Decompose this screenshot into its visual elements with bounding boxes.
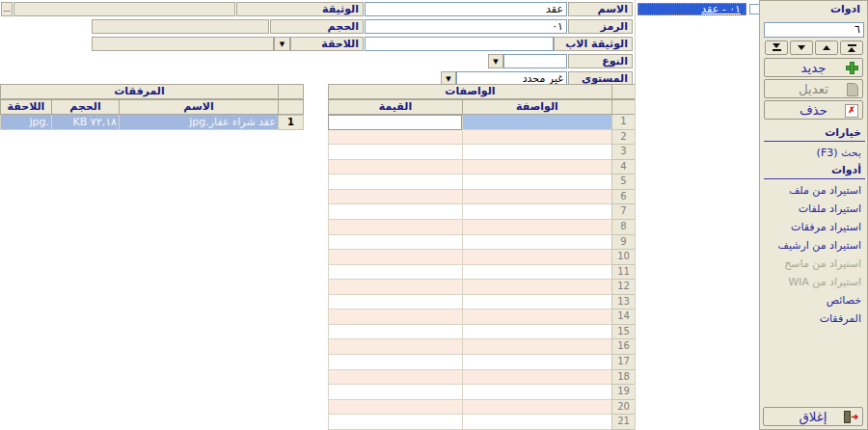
- value-cell[interactable]: [328, 370, 462, 386]
- attachment-row-number-cell[interactable]: 1: [278, 115, 304, 130]
- value-cell[interactable]: [328, 325, 462, 340]
- value-cell[interactable]: [328, 130, 462, 146]
- descriptor-cell[interactable]: [462, 250, 611, 265]
- attachment-size-cell[interactable]: KB ٧٢,١٨: [51, 115, 120, 130]
- descriptor-cell[interactable]: [462, 339, 611, 355]
- descriptor-cell[interactable]: [462, 265, 611, 281]
- row-number-cell[interactable]: 21: [611, 415, 636, 430]
- descriptor-cell[interactable]: [462, 385, 611, 400]
- delete-button[interactable]: حذف✗: [764, 100, 863, 120]
- attachments-title: المرفقات: [0, 84, 279, 99]
- sidebar-link[interactable]: استيراد من ارشيف: [760, 236, 868, 255]
- descriptor-cell[interactable]: [462, 204, 611, 220]
- sidebar-link[interactable]: بحث (F3): [760, 144, 868, 162]
- value-cell[interactable]: [328, 265, 462, 281]
- value-cell[interactable]: [328, 175, 462, 190]
- last-record-icon: [773, 43, 781, 52]
- row-number-cell[interactable]: 3: [611, 145, 636, 160]
- value-cell[interactable]: [328, 339, 462, 355]
- descriptor-cell[interactable]: [462, 160, 611, 175]
- attachments-corner: [278, 84, 304, 99]
- value-cell[interactable]: [328, 204, 462, 220]
- row-number-cell[interactable]: 19: [611, 385, 636, 400]
- parent-doc-input[interactable]: [365, 37, 554, 51]
- row-number-cell[interactable]: 18: [611, 370, 636, 386]
- descriptor-cell[interactable]: [462, 280, 611, 295]
- nav-last-button[interactable]: [765, 40, 788, 55]
- row-number-cell[interactable]: 13: [611, 295, 636, 310]
- row-number-cell[interactable]: 7: [611, 204, 636, 220]
- sidebar-link: استيراد من WIA: [760, 273, 868, 291]
- descriptor-cell[interactable]: [462, 415, 611, 430]
- suffix-dropdown-button[interactable]: ▼: [274, 37, 290, 51]
- attachment-ext-cell[interactable]: jpg.: [0, 115, 52, 130]
- descriptor-cell[interactable]: [462, 190, 611, 205]
- value-cell[interactable]: [328, 145, 462, 160]
- descriptor-cell[interactable]: [462, 115, 611, 130]
- sidebar-link[interactable]: استيراد من ملف: [760, 181, 868, 200]
- descriptor-cell[interactable]: [462, 175, 611, 190]
- nav-first-button[interactable]: [840, 40, 863, 55]
- descriptor-cell[interactable]: [462, 370, 611, 386]
- descriptor-cell[interactable]: [462, 309, 611, 325]
- name-input[interactable]: عقد: [365, 2, 567, 16]
- value-cell[interactable]: [328, 385, 462, 400]
- nav-prev-button[interactable]: [815, 40, 838, 55]
- value-cell[interactable]: [328, 415, 462, 430]
- value-cell[interactable]: [328, 220, 462, 235]
- code-input[interactable]: ٠١: [365, 19, 567, 34]
- record-nav-buttons: [764, 40, 864, 56]
- value-cell[interactable]: [328, 355, 462, 370]
- value-cell[interactable]: [328, 280, 462, 295]
- type-combo[interactable]: [503, 54, 567, 68]
- value-cell[interactable]: [328, 160, 462, 175]
- sidebar-link[interactable]: استيراد ملفات: [760, 200, 868, 218]
- delete-button-label: حذف: [800, 103, 827, 118]
- descriptor-cell[interactable]: [462, 400, 611, 416]
- value-cell[interactable]: [328, 190, 462, 205]
- descriptor-cell[interactable]: [462, 145, 611, 160]
- sidebar-link[interactable]: خصائص: [760, 291, 868, 309]
- type-dropdown-button[interactable]: ▼: [488, 54, 503, 68]
- nav-next-button[interactable]: [790, 40, 813, 55]
- tree-item-selected[interactable]: ٠١ - عقد: [637, 3, 746, 15]
- row-number-cell[interactable]: 17: [611, 355, 636, 370]
- row-number-cell[interactable]: 14: [611, 309, 636, 325]
- descriptor-row: 12: [328, 280, 636, 295]
- descriptor-cell[interactable]: [462, 355, 611, 370]
- row-number-cell[interactable]: 1: [611, 115, 636, 130]
- row-number-cell[interactable]: 16: [611, 339, 636, 355]
- value-cell[interactable]: [328, 250, 462, 265]
- descriptor-cell[interactable]: [462, 325, 611, 340]
- row-number-cell[interactable]: 8: [611, 220, 636, 235]
- browse-button[interactable]: ...: [1, 2, 13, 16]
- new-button[interactable]: جديد: [764, 58, 863, 77]
- record-number-input[interactable]: ٦: [764, 22, 864, 38]
- row-number-cell[interactable]: 6: [611, 190, 636, 205]
- value-cell[interactable]: [328, 295, 462, 310]
- descriptor-row: 4: [328, 160, 636, 175]
- row-number-cell[interactable]: 5: [611, 175, 636, 190]
- descriptor-cell[interactable]: [462, 295, 611, 310]
- row-number-cell[interactable]: 11: [611, 265, 636, 281]
- close-button[interactable]: إغلاق ➜: [763, 407, 863, 426]
- row-number-cell[interactable]: 20: [611, 400, 636, 416]
- row-number-cell[interactable]: 15: [611, 325, 636, 340]
- sidebar-link[interactable]: المرفقات: [760, 309, 868, 328]
- value-cell[interactable]: [328, 309, 462, 325]
- descriptor-cell[interactable]: [462, 235, 611, 251]
- row-number-cell[interactable]: 9: [611, 235, 636, 251]
- attachment-name-cell[interactable]: عقد شراء عقار.jpg: [119, 115, 279, 130]
- value-cell[interactable]: [328, 400, 462, 416]
- descriptor-cell[interactable]: [462, 130, 611, 146]
- row-number-cell[interactable]: 12: [611, 280, 636, 295]
- descriptor-cell[interactable]: [462, 220, 611, 235]
- name-label: الاسم: [568, 2, 633, 16]
- value-cell[interactable]: [328, 115, 462, 130]
- sidebar-link[interactable]: استيراد مرفقات: [760, 218, 868, 236]
- row-number-cell[interactable]: 10: [611, 250, 636, 265]
- application-window: ... الوثيقة عقد الاسم الحجم ٠١ الرمز ▼ ا…: [0, 0, 868, 430]
- row-number-cell[interactable]: 4: [611, 160, 636, 175]
- row-number-cell[interactable]: 2: [611, 130, 636, 146]
- value-cell[interactable]: [328, 235, 462, 251]
